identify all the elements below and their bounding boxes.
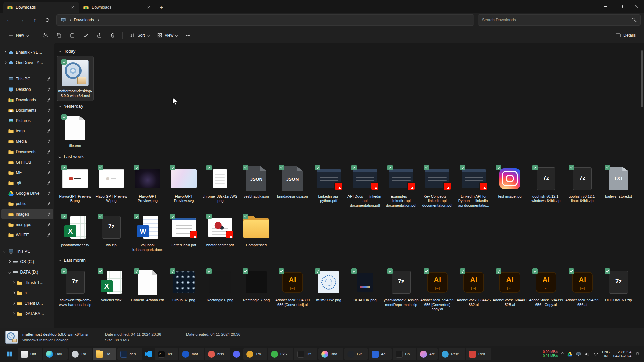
file-tile[interactable]: API Docs — linkedin-api documentation.pd… xyxy=(347,162,383,211)
selected-checkbox[interactable] xyxy=(61,114,67,120)
selected-checkbox[interactable] xyxy=(206,268,212,274)
file-tile[interactable]: AdobeStock_594399656 [Converted] copy.ai xyxy=(419,265,455,314)
file-tile[interactable]: jsonformatter.csv xyxy=(57,210,93,250)
copy-button[interactable] xyxy=(53,29,65,41)
selected-checkbox[interactable] xyxy=(279,268,284,274)
group-header[interactable]: Last week xyxy=(57,151,639,162)
sidebar-item-trash-1000[interactable]: .Trash-1000 xyxy=(1,277,53,288)
selected-checkbox[interactable] xyxy=(351,165,357,170)
file-tile[interactable]: Rectangle 6.png xyxy=(202,265,238,305)
file-tile[interactable]: LinkedIn API for Python — linkedin-api d… xyxy=(455,162,492,211)
file-tile[interactable]: m2m377xc.png xyxy=(311,265,347,305)
rename-button[interactable] xyxy=(79,29,92,41)
refresh-button[interactable] xyxy=(42,15,53,25)
selected-checkbox[interactable] xyxy=(61,165,67,170)
taskbar-app-des[interactable]: des... xyxy=(117,348,142,360)
back-button[interactable]: ← xyxy=(3,15,15,25)
tab-close-icon[interactable] xyxy=(70,4,76,10)
delete-button[interactable] xyxy=(106,29,119,41)
group-header[interactable]: Yesterday xyxy=(57,101,639,111)
file-tile[interactable]: BHAUTIK.png xyxy=(347,265,383,305)
file-tile[interactable]: yashvidotdev_AssignmentRepo-main.zip xyxy=(383,265,419,310)
selected-checkbox[interactable] xyxy=(279,165,284,170)
taskbar-app-ra[interactable]: Ra... xyxy=(69,348,92,360)
file-tile[interactable]: Key Concepts — linkedin-api documentatio… xyxy=(419,162,455,211)
taskbar-app-git[interactable]: Git... xyxy=(344,348,368,360)
file-tile[interactable]: Linkedin-api-python.pdf xyxy=(311,162,347,206)
file-tile[interactable]: FlavorGPT Preview.svg xyxy=(166,162,202,206)
file-tile[interactable]: FlavorGPT Preview.png xyxy=(129,162,166,206)
selected-checkbox[interactable] xyxy=(532,165,538,170)
scrollbar-thumb[interactable] xyxy=(641,50,643,107)
sidebar-item-data-d[interactable]: DATA (D:) xyxy=(1,267,53,277)
taskbar-app-ad[interactable]: Ad... xyxy=(369,348,392,360)
taskbar-app-do[interactable]: Do... xyxy=(93,348,116,360)
file-list-area[interactable]: Today mattermost-desktop-5.9.0-win-x64.m… xyxy=(54,43,644,328)
selected-checkbox[interactable] xyxy=(387,165,393,170)
file-tile[interactable]: gophish-v0.12.1-linux-64bit.zip xyxy=(564,162,600,206)
sidebar-item-onedrive-yese[interactable]: OneDrive - YESE xyxy=(1,57,53,68)
taskbar-app-vscode[interactable] xyxy=(143,348,154,360)
sidebar-item-google-drive[interactable]: Google Drive xyxy=(1,188,53,198)
selected-checkbox[interactable] xyxy=(315,268,320,274)
selected-checkbox[interactable] xyxy=(134,268,139,274)
file-tile[interactable]: FlavorGPT Preview W.png xyxy=(93,162,129,206)
details-pane-button[interactable]: Details xyxy=(612,29,639,41)
selected-checkbox[interactable] xyxy=(424,268,429,274)
selected-checkbox[interactable] xyxy=(134,165,139,170)
taskbar-app-bha[interactable]: Bha... xyxy=(318,348,343,360)
file-tile[interactable]: vajubhai krishanapark.docx xyxy=(129,210,166,255)
new-tab-button[interactable]: + xyxy=(156,3,166,13)
taskbar-app-discord[interactable] xyxy=(231,348,242,360)
taskbar-app-unt[interactable]: Unt... xyxy=(18,348,42,360)
chevron-right-icon[interactable] xyxy=(12,292,15,294)
file-tile[interactable]: LetterHead.pdf xyxy=(166,210,202,250)
language-indicator[interactable]: ENG IN xyxy=(602,350,610,358)
paste-button[interactable] xyxy=(66,29,79,41)
display-icon[interactable] xyxy=(576,352,581,357)
file-tile[interactable]: FlavorGPT Preview B.png xyxy=(57,162,93,206)
file-tile[interactable]: Compressed xyxy=(238,210,274,250)
file-tile[interactable]: AdobeStock_594399656 [Converted].ai xyxy=(274,265,311,310)
restore-button[interactable] xyxy=(613,0,629,13)
search-icon[interactable] xyxy=(631,18,636,23)
chevron-right-icon[interactable] xyxy=(12,281,15,284)
selected-checkbox[interactable] xyxy=(61,59,67,65)
minimize-button[interactable] xyxy=(598,0,613,13)
selected-checkbox[interactable] xyxy=(351,268,357,274)
close-button[interactable] xyxy=(629,0,644,13)
sidebar-item-git[interactable]: .git xyxy=(1,178,53,188)
sidebar-item-public[interactable]: public xyxy=(1,198,53,209)
selected-checkbox[interactable] xyxy=(569,165,574,170)
file-tile[interactable]: voucher.xlsx xyxy=(93,265,129,305)
selected-checkbox[interactable] xyxy=(569,268,574,274)
file-tile[interactable]: wa.zip xyxy=(93,210,129,250)
chevron-down-icon[interactable] xyxy=(8,271,11,274)
sidebar-item-downloads[interactable]: Downloads xyxy=(1,95,53,105)
sort-button[interactable]: Sort xyxy=(126,29,153,41)
file-tile[interactable]: chrome_J8sk1zrvWS.png xyxy=(202,162,238,206)
file-tile[interactable]: Examples — linkedin-api documentation.pd… xyxy=(383,162,419,211)
chevron-down-icon[interactable] xyxy=(4,250,6,253)
clock[interactable]: 23:19:54 04-11-2024 xyxy=(613,350,631,358)
file-tile[interactable]: test-image.jpg xyxy=(492,162,528,202)
taskbar-app-fxs[interactable]: FxS... xyxy=(268,348,293,360)
sidebar-item-temp[interactable]: temp xyxy=(1,126,53,136)
selected-checkbox[interactable] xyxy=(605,165,610,170)
search-input[interactable]: Search Downloads xyxy=(478,14,641,26)
taskbar-app-mat[interactable]: mat... xyxy=(179,348,204,360)
breadcrumb-item-downloads[interactable]: Downloads xyxy=(74,18,94,22)
file-tile[interactable]: Homem_Aranha.cdr xyxy=(129,265,166,305)
file-tile[interactable]: yesbhautik.json xyxy=(238,162,274,202)
sidebar-item-images[interactable]: images xyxy=(1,209,53,219)
up-button[interactable]: ↑ xyxy=(29,15,40,25)
tab-downloads-active[interactable]: Downloads xyxy=(3,2,79,13)
selected-checkbox[interactable] xyxy=(243,268,248,274)
start-button[interactable] xyxy=(3,347,17,361)
sidebar-item-msi-gpo[interactable]: msi_gpo xyxy=(1,219,53,230)
forward-button[interactable]: → xyxy=(16,15,28,25)
sidebar-item-this-pc[interactable]: This PC xyxy=(1,74,53,84)
taskbar-app-red[interactable]: Red... xyxy=(466,348,491,360)
volume-icon[interactable] xyxy=(585,352,590,357)
vertical-scrollbar[interactable] xyxy=(641,46,643,325)
